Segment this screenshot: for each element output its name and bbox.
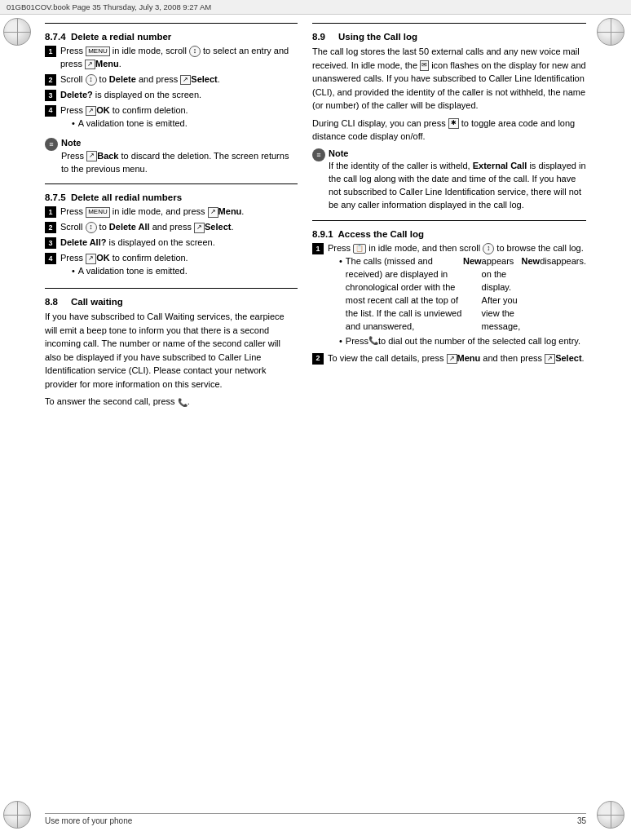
header-bar: 01GB01COV.book Page 35 Thursday, July 3,…: [0, 0, 631, 15]
bullet-891-1a: The calls (missed and received) are disp…: [339, 255, 586, 334]
note-icon-89: ≡: [312, 148, 325, 161]
section-88-body2: To answer the second call, press 📞.: [45, 395, 298, 409]
menu-btn-icon-874-1: ↗: [85, 60, 95, 69]
scroll-icon-874-2: [86, 74, 97, 86]
section-891-divider: [312, 220, 586, 221]
section-88-divider: [45, 288, 298, 289]
menu-key-icon: MENU: [86, 46, 110, 56]
page-footer: Use more of your phone 35: [45, 813, 586, 825]
section-874-steps: 1 Press MENU in idle mode, scroll to sel…: [45, 45, 298, 132]
menu-key-icon-875: MENU: [86, 207, 110, 217]
step-874-4: 4 Press ↗OK to confirm deletion. A valid…: [45, 104, 298, 132]
step-874-1: 1 Press MENU in idle mode, scroll to sel…: [45, 45, 298, 71]
section-88-body: If you have subscribed to Call Waiting s…: [45, 310, 298, 391]
phone-answer-icon: 📞: [178, 396, 188, 409]
menu-btn-891: ↗: [447, 354, 457, 364]
select-btn-891: ↗: [545, 354, 555, 364]
back-btn-874: ↗: [86, 151, 97, 161]
section-875-title: 8.7.5 Delete all redial numbers: [45, 192, 298, 202]
corner-tl-decoration: [3, 18, 34, 49]
section-89-title: 8.9 Using the Call log: [312, 32, 586, 42]
bullet-875-4: A validation tone is emitted.: [72, 265, 298, 278]
content-area: 8.7.4 Delete a redial number 1 Press MEN…: [45, 21, 586, 413]
corner-bl-decoration: [3, 801, 34, 832]
right-column: 8.9 Using the Call log The call log stor…: [312, 21, 586, 413]
corner-tr-decoration: [597, 18, 628, 49]
scroll-icon-891: [483, 243, 494, 254]
section-874-title: 8.7.4 Delete a redial number: [45, 32, 298, 42]
step-874-2: 2 Scroll to Delete and press ↗Select.: [45, 73, 298, 86]
note-icon-874: ≡: [45, 138, 58, 151]
section-875-divider: [45, 183, 298, 184]
ok-btn-874: ↗: [86, 106, 96, 116]
step-875-1: 1 Press MENU in idle mode, and press ↗Me…: [45, 206, 298, 219]
note-89: ≡ Note If the identity of the caller is …: [312, 148, 586, 213]
page-container: 01GB01COV.book Page 35 Thursday, July 3,…: [0, 0, 631, 840]
menu-btn-icon-875: ↗: [208, 207, 218, 217]
scroll-icon-874-1: [189, 46, 201, 57]
step-875-3: 3 Delete All? is displayed on the screen…: [45, 237, 298, 250]
dial-icon: 📞: [368, 335, 378, 347]
note-874: ≡ Note Press ↗Back to discard the deleti…: [45, 137, 298, 176]
star-btn-icon: ✱: [448, 118, 459, 128]
left-column: 8.7.4 Delete a redial number 1 Press MEN…: [45, 21, 298, 413]
footer-left-text: Use more of your phone: [45, 816, 132, 825]
select-btn-875-2: ↗: [194, 223, 205, 232]
msg-flash-icon: ✉: [420, 60, 429, 70]
step-874-3: 3 Delete? is displayed on the screen.: [45, 89, 298, 102]
ok-btn-875: ↗: [86, 254, 96, 263]
bullet-874-4: A validation tone is emitted.: [72, 117, 298, 130]
step-875-4: 4 Press ↗OK to confirm deletion. A valid…: [45, 252, 298, 280]
section-874-divider: [45, 23, 298, 24]
scroll-icon-875-2: [86, 222, 97, 233]
section-89-divider: [312, 23, 586, 24]
section-891-steps: 1 Press 📋 in idle mode, and then scroll …: [312, 242, 586, 365]
section-88-title: 8.8 Call waiting: [45, 297, 298, 307]
call-log-icon: 📋: [353, 244, 366, 254]
footer-page-number: 35: [577, 816, 586, 825]
corner-br-decoration: [597, 801, 628, 832]
section-89-body1: The call log stores the last 50 external…: [312, 45, 586, 113]
section-875-steps: 1 Press MENU in idle mode, and press ↗Me…: [45, 206, 298, 280]
step-875-2: 2 Scroll to Delete All and press ↗Select…: [45, 221, 298, 234]
section-89-body2: During CLI display, you can press ✱ to t…: [312, 117, 586, 144]
header-text: 01GB01COV.book Page 35 Thursday, July 3,…: [7, 2, 211, 11]
section-891-title: 8.9.1 Access the Call log: [312, 229, 586, 239]
bullet-891-1b: Press 📞 to dial out the number of the se…: [339, 335, 586, 348]
step-891-1: 1 Press 📋 in idle mode, and then scroll …: [312, 242, 586, 350]
step-891-2: 2 To view the call details, press ↗Menu …: [312, 352, 586, 365]
select-btn-874-2: ↗: [180, 75, 191, 85]
